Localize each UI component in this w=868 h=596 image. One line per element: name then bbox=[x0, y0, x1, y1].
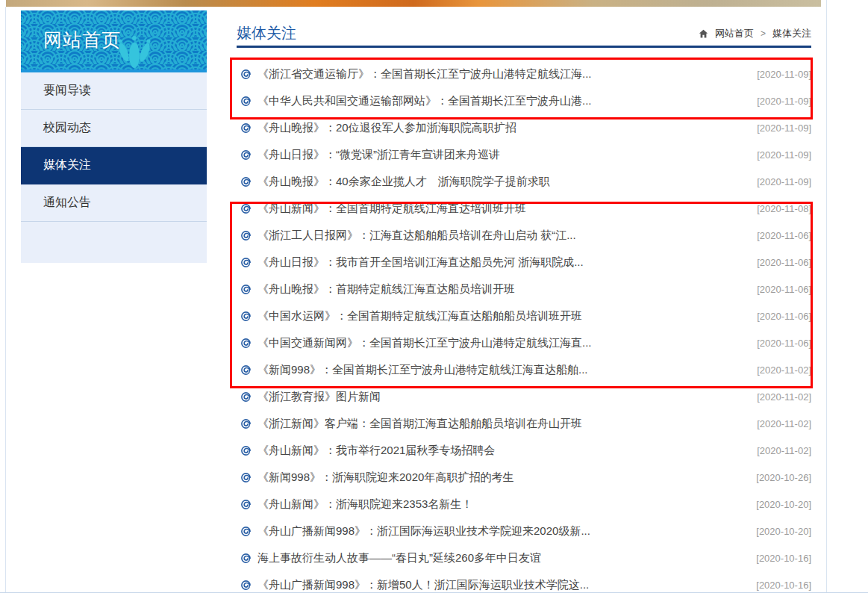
sidebar: 网站首页 要闻导读校园动态媒体关注通知公告 bbox=[21, 10, 207, 263]
news-date: [2020-10-20] bbox=[756, 499, 811, 510]
news-link[interactable]: 《中国交通新闻网》：全国首期长江至宁波舟山港特定航线江海直... bbox=[257, 336, 748, 350]
news-group: 《舟山晚报》：20位退役军人参加浙海职院高职扩招 [2020-11-09] 《舟… bbox=[237, 114, 811, 195]
news-link[interactable]: 《浙江省交通运输厅》：全国首期长江至宁波舟山港特定航线江海... bbox=[257, 67, 748, 81]
news-list-item: 《舟山广播新闻998》：新增50人！浙江国际海运职业技术学院这... [2020… bbox=[237, 571, 811, 596]
sidebar-item-active[interactable]: 媒体关注 bbox=[21, 147, 207, 184]
news-date: [2020-10-20] bbox=[756, 526, 811, 537]
wave-swirl-icon bbox=[240, 364, 252, 376]
news-date: [2020-11-06] bbox=[757, 230, 811, 241]
breadcrumb-current: 媒体关注 bbox=[772, 27, 811, 40]
news-date: [2020-10-16] bbox=[756, 553, 811, 564]
news-link[interactable]: 《中国水运网》：全国首期特定航线江海直达船舶船员培训班开班 bbox=[257, 309, 748, 323]
wave-swirl-icon bbox=[240, 472, 252, 483]
news-date: [2020-11-02] bbox=[757, 418, 811, 429]
wave-swirl-icon bbox=[240, 580, 252, 591]
sidebar-header-title: 网站首页 bbox=[43, 10, 121, 69]
news-date: [2020-11-09] bbox=[757, 122, 811, 134]
wave-swirl-icon bbox=[240, 499, 252, 510]
wave-swirl-icon bbox=[240, 149, 252, 161]
wave-swirl-icon bbox=[240, 203, 252, 214]
news-list-item: 《浙江新闻》客户端：全国首期江海直达船舶船员培训在舟山开班 [2020-11-0… bbox=[237, 410, 811, 437]
news-list-item: 《新闻998》：全国首期长江至宁波舟山港特定航线江海直达船舶... [2020-… bbox=[237, 356, 811, 383]
wave-swirl-icon bbox=[240, 122, 252, 134]
news-date: [2020-11-09] bbox=[757, 96, 811, 107]
news-list-item: 《舟山晚报》：20位退役军人参加浙海职院高职扩招 [2020-11-09] bbox=[237, 114, 811, 141]
news-list-item: 海上事故衍生动人故事——“春日丸”延续260多年中日友谊 [2020-10-16… bbox=[237, 544, 811, 571]
news-link[interactable]: 《新闻998》：浙海职院迎来2020年高职扩招的考生 bbox=[257, 471, 747, 485]
sidebar-header: 网站首页 bbox=[21, 10, 207, 72]
news-list-item: 《舟山日报》：“微党课”浙江青年宣讲团来舟巡讲 [2020-11-09] bbox=[237, 141, 811, 168]
wave-swirl-icon bbox=[240, 391, 252, 403]
news-link[interactable]: 《中华人民共和国交通运输部网站》：全国首期长江至宁波舟山港... bbox=[257, 94, 748, 108]
wave-swirl-icon bbox=[240, 338, 252, 349]
highlighted-news-group: 《舟山新闻》：全国首期特定航线江海直达培训班开班 [2020-11-08] 《浙… bbox=[237, 195, 811, 383]
news-list-item: 《浙江教育报》图片新闻 [2020-11-02] bbox=[237, 383, 811, 410]
home-icon bbox=[699, 29, 708, 39]
news-date: [2020-11-06] bbox=[757, 284, 811, 295]
news-list-item: 《中国水运网》：全国首期特定航线江海直达船舶船员培训班开班 [2020-11-0… bbox=[237, 302, 811, 329]
news-date: [2020-11-09] bbox=[757, 176, 811, 187]
breadcrumb-separator: > bbox=[761, 28, 766, 39]
wave-swirl-icon bbox=[240, 553, 252, 564]
news-link[interactable]: 《浙江新闻》客户端：全国首期江海直达船舶船员培训在舟山开班 bbox=[257, 417, 748, 431]
news-list-item: 《中华人民共和国交通运输部网站》：全国首期长江至宁波舟山港... [2020-1… bbox=[237, 87, 811, 114]
news-date: [2020-11-02] bbox=[757, 391, 811, 403]
highlighted-news-group: 《浙江省交通运输厅》：全国首期长江至宁波舟山港特定航线江海... [2020-1… bbox=[237, 60, 811, 114]
news-date: [2020-11-06] bbox=[757, 338, 811, 349]
news-list-item: 《舟山晚报》：首期特定航线江海直达船员培训开班 [2020-11-06] bbox=[237, 276, 811, 302]
sidebar-item-link[interactable]: 校园动态 bbox=[21, 110, 207, 147]
news-date: [2020-11-09] bbox=[757, 149, 811, 161]
wave-swirl-icon bbox=[240, 526, 252, 537]
news-date: [2020-11-06] bbox=[757, 257, 811, 268]
news-date: [2020-10-16] bbox=[756, 580, 811, 591]
news-date: [2020-11-02] bbox=[757, 364, 811, 376]
breadcrumb: 网站首页 > 媒体关注 bbox=[699, 27, 811, 43]
wave-swirl-icon bbox=[240, 257, 252, 268]
wave-swirl-icon bbox=[240, 230, 252, 241]
news-link[interactable]: 《舟山日报》：我市首开全国培训江海直达船员先河 浙海职院成... bbox=[257, 255, 748, 270]
wave-swirl-icon bbox=[240, 418, 252, 429]
news-link[interactable]: 《舟山晚报》：20位退役军人参加浙海职院高职扩招 bbox=[257, 121, 748, 135]
news-link[interactable]: 海上事故衍生动人故事——“春日丸”延续260多年中日友谊 bbox=[257, 551, 747, 565]
news-list-item: 《舟山晚报》：40余家企业揽人才 浙海职院学子提前求职 [2020-11-09] bbox=[237, 168, 811, 195]
news-date: [2020-10-26] bbox=[756, 472, 811, 483]
news-group: 《浙江教育报》图片新闻 [2020-11-02] 《浙江新闻》客户端：全国首期江… bbox=[237, 383, 811, 596]
main-content: 媒体关注 网站首页 > 媒体关注 《浙江省交通运输厅》：全国首期长江至宁波舟山港… bbox=[237, 16, 811, 596]
wave-swirl-icon bbox=[240, 311, 252, 322]
news-list-item: 《舟山新闻》：全国首期特定航线江海直达培训班开班 [2020-11-08] bbox=[237, 195, 811, 222]
news-list-item: 《新闻998》：浙海职院迎来2020年高职扩招的考生 [2020-10-26] bbox=[237, 464, 811, 491]
news-list-item: 《浙江工人日报网》：江海直达船舶船员培训在舟山启动 获“江... [2020-1… bbox=[237, 222, 811, 249]
sidebar-item-link[interactable]: 要闻导读 bbox=[21, 72, 207, 110]
news-link[interactable]: 《舟山晚报》：40余家企业揽人才 浙海职院学子提前求职 bbox=[257, 175, 748, 189]
news-date: [2020-11-06] bbox=[757, 311, 811, 322]
news-link[interactable]: 《舟山广播新闻998》：新增50人！浙江国际海运职业技术学院这... bbox=[257, 578, 747, 592]
news-link[interactable]: 《浙江教育报》图片新闻 bbox=[257, 390, 748, 404]
wave-swirl-icon bbox=[240, 96, 252, 107]
page-left-border bbox=[5, 7, 6, 592]
news-link[interactable]: 《舟山新闻》：浙海职院迎来2353名新生！ bbox=[257, 497, 747, 512]
sidebar-menu: 要闻导读校园动态媒体关注通知公告 bbox=[21, 72, 207, 222]
news-link[interactable]: 《浙江工人日报网》：江海直达船舶船员培训在舟山启动 获“江... bbox=[257, 229, 748, 243]
news-link[interactable]: 《舟山日报》：“微党课”浙江青年宣讲团来舟巡讲 bbox=[257, 148, 748, 162]
news-link[interactable]: 《舟山广播新闻998》：浙江国际海运职业技术学院迎来2020级新... bbox=[257, 524, 747, 538]
sidebar-filler bbox=[21, 222, 207, 263]
news-list-item: 《中国交通新闻网》：全国首期长江至宁波舟山港特定航线江海直... [2020-1… bbox=[237, 329, 811, 356]
page-right-border bbox=[826, 0, 827, 592]
breadcrumb-home-link[interactable]: 网站首页 bbox=[715, 27, 754, 40]
wave-swirl-icon bbox=[240, 284, 252, 295]
news-date: [2020-11-08] bbox=[757, 203, 811, 214]
wave-swirl-icon bbox=[240, 445, 252, 456]
banner-photo-strip bbox=[6, 0, 821, 7]
news-list: 《浙江省交通运输厅》：全国首期长江至宁波舟山港特定航线江海... [2020-1… bbox=[237, 48, 811, 596]
news-date: [2020-11-02] bbox=[757, 445, 811, 456]
news-list-item: 《浙江省交通运输厅》：全国首期长江至宁波舟山港特定航线江海... [2020-1… bbox=[237, 60, 811, 87]
wave-swirl-icon bbox=[240, 69, 252, 80]
news-link[interactable]: 《新闻998》：全国首期长江至宁波舟山港特定航线江海直达船舶... bbox=[257, 363, 748, 377]
news-link[interactable]: 《舟山晚报》：首期特定航线江海直达船员培训开班 bbox=[257, 282, 748, 297]
news-list-item: 《舟山广播新闻998》：浙江国际海运职业技术学院迎来2020级新... [202… bbox=[237, 518, 811, 544]
sidebar-item-link[interactable]: 通知公告 bbox=[21, 184, 207, 222]
news-date: [2020-11-09] bbox=[757, 69, 811, 80]
page-title: 媒体关注 bbox=[237, 22, 296, 43]
news-link[interactable]: 《舟山新闻》：全国首期特定航线江海直达培训班开班 bbox=[257, 202, 748, 216]
news-link[interactable]: 《舟山新闻》：我市举行2021届秋季专场招聘会 bbox=[257, 444, 748, 458]
